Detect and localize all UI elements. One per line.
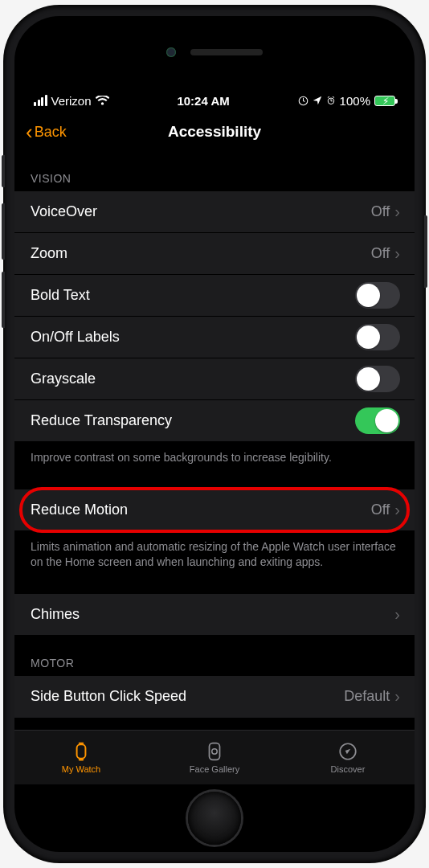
volume-down [2,272,5,328]
row-value: Off [371,203,390,220]
row-label: Reduce Transparency [31,412,355,429]
section-header-vision: VISION [14,151,415,191]
phone-frame: Verizon 10:24 AM 100% ⚡︎ [5,6,424,862]
back-label: Back [35,124,67,141]
row-reduce-motion[interactable]: Reduce Motion Off › [14,489,415,531]
toggle-bold-text[interactable] [355,282,400,309]
tab-label: Discover [331,764,366,774]
front-camera [166,47,176,57]
chevron-right-icon: › [394,244,400,263]
row-voiceover[interactable]: VoiceOver Off › [14,191,415,233]
earpiece-speaker [190,49,263,55]
svg-point-6 [212,749,218,755]
gallery-icon [204,741,225,762]
chevron-left-icon: ‹ [26,121,33,142]
orientation-lock-icon [298,96,308,106]
tab-label: Face Gallery [190,764,239,774]
tab-face-gallery[interactable]: Face Gallery [148,731,281,784]
charging-icon: ⚡︎ [382,96,389,107]
row-value: Off [371,245,390,262]
footer-reduce-motion: Limits animation and automatic resizing … [14,531,415,570]
chevron-right-icon: › [394,501,400,519]
status-bar: Verizon 10:24 AM 100% ⚡︎ [14,88,415,113]
row-label: Zoom [31,245,371,262]
toggle-grayscale[interactable] [355,366,400,392]
row-chimes[interactable]: Chimes › [14,594,415,636]
row-value: Default [344,688,390,705]
row-reduce-transparency: Reduce Transparency [14,400,415,442]
svg-rect-5 [210,743,220,760]
mute-switch [2,155,5,187]
row-label: VoiceOver [31,203,371,220]
row-label: Bold Text [31,287,355,304]
row-label: On/Off Labels [31,329,355,346]
navigation-bar: ‹ Back Accessibility [14,113,415,151]
page-title: Accessibility [168,123,261,141]
toggle-reduce-transparency[interactable] [355,407,400,434]
section-header-motor: MOTOR [14,636,415,676]
screen: Verizon 10:24 AM 100% ⚡︎ [14,16,415,852]
content-scroll[interactable]: VISION VoiceOver Off › Zoom Off › Bold T… [14,151,415,730]
volume-up [2,203,5,260]
tab-discover[interactable]: Discover [281,731,415,784]
home-button[interactable] [188,792,241,845]
cell-signal-icon [34,95,47,106]
toggle-onoff-labels[interactable] [355,324,400,350]
row-zoom[interactable]: Zoom Off › [14,233,415,275]
device-top-bezel [14,16,415,88]
wifi-icon [96,96,109,106]
time-label: 10:24 AM [177,94,229,108]
svg-rect-2 [77,744,86,758]
row-value: Off [371,502,390,518]
power-button [424,215,427,288]
location-icon [313,96,322,105]
footer-reduce-transparency: Improve contrast on some backgrounds to … [14,442,415,465]
compass-icon [337,741,358,762]
row-label: Grayscale [31,371,355,387]
chevron-right-icon: › [394,203,400,221]
battery-icon: ⚡︎ [374,96,395,106]
svg-rect-4 [79,759,84,760]
tab-label: My Watch [62,764,101,774]
row-side-button-speed[interactable]: Side Button Click Speed Default › [14,676,415,718]
back-button[interactable]: ‹ Back [26,121,67,142]
chevron-right-icon: › [394,605,400,624]
watch-icon [71,741,92,762]
row-bold-text: Bold Text [14,275,415,317]
tab-bar: My Watch Face Gallery Discover [14,730,415,784]
alarm-icon [326,96,336,105]
home-button-area [14,784,415,852]
row-grayscale: Grayscale [14,358,415,400]
battery-percent-label: 100% [340,94,370,108]
chevron-right-icon: › [394,687,400,706]
tab-my-watch[interactable]: My Watch [14,731,148,784]
row-label: Side Button Click Speed [31,688,344,705]
carrier-label: Verizon [51,94,92,108]
row-label: Reduce Motion [31,502,371,518]
row-onoff-labels: On/Off Labels [14,317,415,358]
svg-rect-3 [79,743,84,744]
row-label: Chimes [31,606,394,623]
